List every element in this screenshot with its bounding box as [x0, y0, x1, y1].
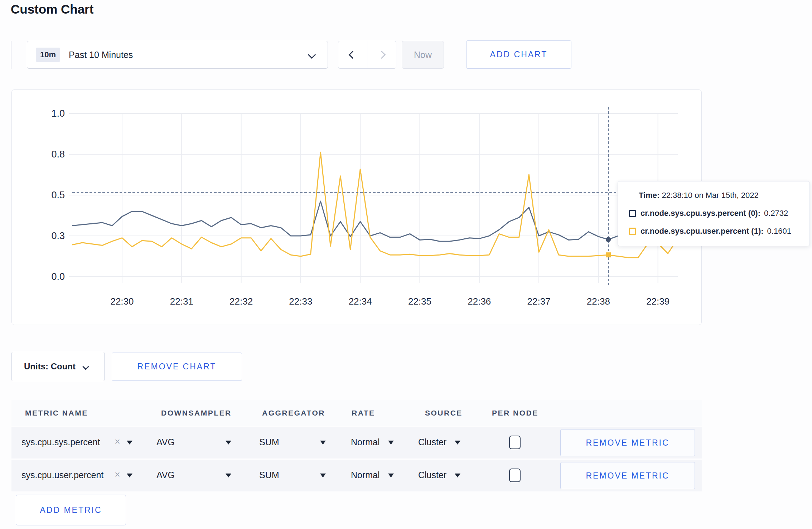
per-node-checkbox[interactable] [509, 436, 521, 449]
next-time-button[interactable] [367, 41, 396, 68]
prev-time-button[interactable] [338, 41, 367, 68]
tooltip-time: Time: 22:38:10 on Mar 15th, 2022 [639, 191, 799, 200]
svg-text:0.3: 0.3 [51, 230, 65, 241]
header-metric-name: METRIC NAME [25, 409, 88, 417]
caret-down-icon [320, 474, 326, 477]
remove-metric-button[interactable]: REMOVE METRIC [560, 429, 695, 456]
svg-text:22:35: 22:35 [408, 296, 431, 307]
tooltip-series-value: 0.1601 [767, 227, 791, 236]
caret-down-icon [226, 474, 231, 477]
caret-down-icon [127, 441, 132, 445]
caret-down-icon [127, 474, 132, 477]
time-nav-group [338, 41, 396, 69]
clear-icon[interactable]: × [115, 469, 120, 480]
source-select[interactable]: Cluster [418, 437, 446, 447]
chart-tooltip: Time: 22:38:10 on Mar 15th, 2022 cr.node… [618, 181, 810, 246]
svg-text:22:33: 22:33 [289, 296, 312, 307]
page-title: Custom Chart [11, 2, 93, 16]
header-rate: RATE [352, 409, 375, 417]
caret-down-icon [226, 441, 231, 445]
metric-name-select[interactable]: sys.cpu.sys.percent [21, 437, 100, 447]
metric-row: sys.cpu.user.percent × AVG SUM Normal Cl… [11, 460, 702, 491]
svg-text:22:34: 22:34 [349, 296, 372, 307]
add-chart-button[interactable]: ADD CHART [466, 40, 571, 69]
chevron-down-icon [308, 51, 316, 59]
svg-text:0.5: 0.5 [51, 190, 65, 200]
tooltip-time-value: 22:38:10 on Mar 15th, 2022 [662, 191, 758, 200]
time-range-label: Past 10 Minutes [69, 50, 133, 60]
toolbar-divider [11, 41, 11, 69]
caret-down-icon [388, 474, 394, 477]
rate-select[interactable]: Normal [351, 437, 380, 447]
metric-name-select[interactable]: sys.cpu.user.percent [21, 470, 103, 480]
time-range-badge: 10m [36, 48, 60, 62]
downsampler-select[interactable]: AVG [156, 470, 175, 480]
svg-text:22:30: 22:30 [110, 296, 134, 307]
tooltip-time-label: Time: [639, 191, 659, 200]
aggregator-select[interactable]: SUM [259, 470, 279, 480]
chevron-right-icon [378, 51, 386, 59]
chevron-left-icon [349, 51, 357, 59]
chart-panel: 22:3022:3122:3222:3322:3422:3522:3622:37… [11, 89, 702, 325]
sys-series-swatch-icon [629, 210, 636, 217]
svg-text:22:38: 22:38 [587, 296, 610, 307]
tooltip-series-row: cr.node.sys.cpu.sys.percent (0): 0.2732 [629, 209, 799, 218]
header-downsampler: DOWNSAMPLER [161, 409, 232, 417]
svg-text:22:39: 22:39 [646, 296, 670, 307]
svg-text:1.0: 1.0 [51, 108, 65, 119]
remove-chart-button[interactable]: REMOVE CHART [112, 353, 242, 381]
units-label: Units: Count [24, 361, 76, 372]
metrics-table-header: METRIC NAME DOWNSAMPLER AGGREGATOR RATE … [11, 400, 702, 426]
time-range-select[interactable]: 10m Past 10 Minutes [27, 41, 328, 69]
caret-down-icon [455, 474, 460, 477]
tooltip-series-name: cr.node.sys.cpu.sys.percent (0): [641, 209, 760, 218]
tooltip-series-name: cr.node.sys.cpu.user.percent (1): [641, 227, 764, 236]
caret-down-icon [320, 441, 326, 445]
svg-text:0.0: 0.0 [51, 271, 65, 282]
svg-text:22:36: 22:36 [468, 296, 491, 307]
tooltip-series-row: cr.node.sys.cpu.user.percent (1): 0.1601 [629, 227, 799, 236]
caret-down-icon [388, 441, 394, 445]
add-metric-button[interactable]: ADD METRIC [16, 495, 126, 525]
clear-icon[interactable]: × [115, 436, 120, 447]
downsampler-select[interactable]: AVG [156, 437, 175, 447]
svg-text:22:31: 22:31 [170, 296, 193, 307]
source-select[interactable]: Cluster [418, 470, 446, 480]
remove-metric-button[interactable]: REMOVE METRIC [560, 462, 695, 489]
tooltip-series-value: 0.2732 [764, 209, 788, 218]
svg-text:22:32: 22:32 [229, 296, 253, 307]
aggregator-select[interactable]: SUM [259, 437, 279, 447]
custom-chart-page: Custom Chart 10m Past 10 Minutes Now ADD… [0, 0, 812, 529]
svg-text:0.8: 0.8 [51, 149, 65, 160]
header-aggregator: AGGREGATOR [262, 409, 325, 417]
timeseries-chart[interactable]: 22:3022:3122:3222:3322:3422:3522:3622:37… [12, 90, 702, 325]
user-series-swatch-icon [629, 228, 636, 235]
header-source: SOURCE [425, 409, 463, 417]
svg-text:22:37: 22:37 [527, 296, 551, 307]
caret-down-icon [455, 441, 460, 445]
rate-select[interactable]: Normal [351, 470, 380, 480]
now-button[interactable]: Now [402, 41, 444, 69]
metric-row: sys.cpu.sys.percent × AVG SUM Normal Clu… [11, 427, 702, 458]
chevron-down-icon [82, 363, 89, 370]
header-per-node: PER NODE [492, 409, 538, 417]
units-select[interactable]: Units: Count [11, 352, 105, 381]
per-node-checkbox[interactable] [509, 469, 521, 482]
